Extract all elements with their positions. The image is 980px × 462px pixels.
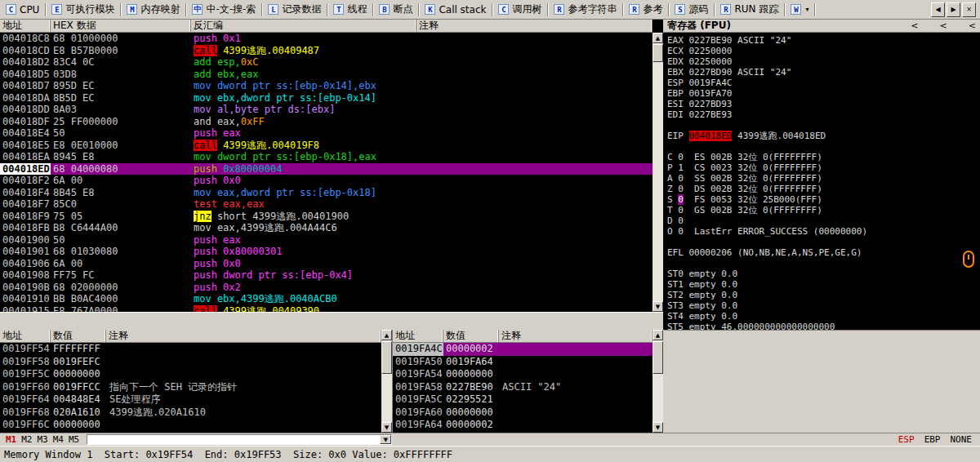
- register-line[interactable]: T 0 GS 002B 32位 0(FFFFFFFF): [667, 205, 980, 215]
- scroll-up-icon[interactable]: ▲: [653, 330, 663, 340]
- pager-arrow[interactable]: <: [940, 20, 947, 31]
- memory-tab-m3[interactable]: M3: [35, 434, 51, 445]
- disasm-row[interactable]: 004018DA8B5D ECmov ebx,dword ptr ss:[ebp…: [0, 92, 653, 104]
- disasm-row[interactable]: 004018FBB8 C6444A00mov eax,4399逃跑.004A44…: [0, 222, 653, 234]
- dump-row[interactable]: 0019FF6C00000000: [0, 419, 381, 432]
- disasm-row[interactable]: 004018F785C0test eax,eax: [0, 198, 653, 211]
- tab-modules[interactable]: E可执行模块: [48, 1, 118, 18]
- disasm-row[interactable]: 004018F48B45 E8mov eax,dword ptr ss:[ebp…: [0, 187, 653, 199]
- scroll-up-icon[interactable]: ▲: [381, 330, 392, 340]
- tab-cpu[interactable]: CCPU: [2, 2, 42, 17]
- stack-row[interactable]: 0019FA500019FA64: [393, 356, 653, 369]
- next-window-button[interactable]: ▶: [947, 2, 960, 17]
- disasm-row[interactable]: 004018F26A 00push 0x0: [0, 175, 653, 187]
- stack-row[interactable]: 0019FA580227BE90ASCII "24": [393, 381, 653, 394]
- disasm-row[interactable]: 004018E450push eax: [0, 127, 653, 140]
- register-line[interactable]: ECX 02250000: [667, 46, 980, 56]
- memory-tab-m5[interactable]: M5: [66, 434, 82, 445]
- register-line[interactable]: ST4 empty 0.0: [667, 311, 980, 322]
- register-line[interactable]: EBX 0227BD90 ASCII "24": [667, 67, 980, 78]
- register-line[interactable]: S 0 FS 0053 32位 25B000(FFF): [667, 194, 980, 205]
- register-line[interactable]: ESI 0227BD93: [667, 99, 980, 109]
- combo-dropdown-icon[interactable]: ▼: [380, 435, 391, 444]
- dump-row[interactable]: 0019FF580019FEFC: [0, 356, 381, 369]
- stack-row[interactable]: 0019FA6000000000: [393, 406, 653, 420]
- dump-row[interactable]: 0019FF54FFFFFFFF: [0, 343, 381, 356]
- register-line[interactable]: ST0 empty 0.0: [667, 269, 980, 279]
- disasm-row[interactable]: 004018ED68 04000080push 0x80000004: [0, 163, 653, 175]
- disasm-row[interactable]: 00401915E8 767A0000call 4399逃跑.00409390: [0, 305, 653, 313]
- register-line[interactable]: EBP 0019FA70: [667, 88, 980, 99]
- tab-ref-strings[interactable]: R参考字符串: [550, 1, 620, 18]
- disasm-row[interactable]: 004018D283C4 0Cadd esp,0xC: [0, 56, 653, 69]
- disasm-row[interactable]: 0040190050push eax: [0, 234, 653, 247]
- indicator-none[interactable]: NONE: [951, 434, 973, 445]
- tab-memory-map[interactable]: M内存映射: [123, 1, 183, 18]
- tab-log[interactable]: L记录数据: [265, 1, 324, 18]
- pager-arrow[interactable]: <: [911, 20, 918, 31]
- disasm-row[interactable]: 004018DF25 FF000000and eax,0xFF: [0, 116, 653, 128]
- disasm-row[interactable]: 00401908FF75 FCpush dword ptr ss:[ebp-0x…: [0, 269, 653, 282]
- scroll-up-icon[interactable]: ▲: [653, 33, 663, 43]
- pager-arrow[interactable]: <: [969, 20, 976, 31]
- disasm-row[interactable]: 004018D503D8add ebx,eax: [0, 69, 653, 81]
- disasm-row[interactable]: 004018DD8A03mov al,byte ptr ds:[ebx]: [0, 104, 653, 116]
- prev-window-button[interactable]: ◀: [931, 2, 945, 17]
- memory-tab-m1[interactable]: M1: [3, 434, 19, 445]
- register-line[interactable]: EDX 02250000: [667, 56, 980, 67]
- disasm-scrollbar[interactable]: ▲ ▼: [653, 33, 663, 312]
- dump-row[interactable]: 0019FF68020A16104399逃跑.020A1610: [0, 406, 381, 420]
- tab-call-stack[interactable]: KCall stack: [421, 2, 489, 17]
- disasm-row[interactable]: 00401910BB B0AC4000mov ebx,4399逃跑.0040AC…: [0, 293, 653, 305]
- dump-row[interactable]: 0019FF5C00000000: [0, 368, 381, 381]
- scroll-down-icon[interactable]: ▼: [653, 301, 663, 312]
- disasm-row[interactable]: 004018EA8945 E8mov dword ptr ss:[ebp-0x1…: [0, 151, 653, 163]
- dump-row[interactable]: 0019FF64004848E4SE处理程序: [0, 393, 381, 406]
- register-line[interactable]: EDI 0227BE93: [667, 109, 980, 120]
- disasm-row[interactable]: 0040190168 01030080push 0x80000301: [0, 246, 653, 258]
- stack-row[interactable]: 0019FA4C00000002: [393, 343, 653, 356]
- tab-windows[interactable]: W▾: [787, 2, 812, 16]
- register-line[interactable]: ST5 empty 46.000000000000000000: [667, 322, 980, 330]
- dump-row[interactable]: 0019FF600019FFCC指向下一个 SEH 记录的指针: [0, 381, 381, 394]
- disasm-row[interactable]: 004018CDE8 B57B0000call 4399逃跑.00409487: [0, 45, 653, 57]
- disasm-row[interactable]: 004018E5E8 0E010000call 4399逃跑.004019F8: [0, 140, 653, 152]
- stack-scrollbar[interactable]: ▲ ▼: [653, 330, 663, 433]
- register-line[interactable]: ST1 empty 0.0: [667, 279, 980, 290]
- register-line[interactable]: EFL 00000206 (NO,NB,NE,A,NS,PE,GE,G): [667, 247, 980, 258]
- register-line[interactable]: EAX 0227BE90 ASCII "24": [667, 35, 980, 46]
- register-line[interactable]: ST2 empty 0.0: [667, 290, 980, 300]
- memory-tab-m2[interactable]: M2: [19, 434, 34, 445]
- tab-text-search[interactable]: 中中-文-搜-索: [189, 1, 259, 18]
- tab-references[interactable]: R参考: [626, 1, 666, 18]
- dump-scrollbar[interactable]: ▲ ▼: [381, 330, 392, 433]
- tab-source[interactable]: S源码: [671, 1, 711, 18]
- close-window-button[interactable]: ×: [962, 2, 976, 17]
- register-line[interactable]: D 0: [667, 215, 980, 226]
- register-line[interactable]: ST3 empty 0.0: [667, 300, 980, 311]
- disasm-row[interactable]: 004018F975 05jnz short 4399逃跑.00401900: [0, 211, 653, 223]
- scroll-thumb[interactable]: [653, 44, 663, 62]
- stack-row[interactable]: 0019FA6400000002: [393, 419, 653, 432]
- tab-threads[interactable]: T线程: [330, 1, 370, 18]
- disasm-row[interactable]: 0040190B68 02000000push 0x2: [0, 282, 653, 294]
- scroll-down-icon[interactable]: ▼: [381, 422, 392, 433]
- stack-row[interactable]: 0019FA5400000000: [393, 368, 653, 381]
- memory-tab-m4[interactable]: M4: [51, 434, 66, 445]
- memory-combo[interactable]: ▼: [87, 434, 392, 445]
- disasm-row[interactable]: 004018D7895D ECmov dword ptr ss:[ebp-0x1…: [0, 80, 653, 92]
- scroll-thumb[interactable]: [381, 341, 392, 374]
- register-line[interactable]: P 1 CS 0023 32位 0(FFFFFFFF): [667, 162, 980, 173]
- register-line[interactable]: EIP 004018ED 4399逃跑.004018ED: [667, 131, 980, 141]
- disasm-row[interactable]: 004018C868 01000000push 0x1: [0, 33, 653, 45]
- disasm-row[interactable]: 004019066A 00push 0x0: [0, 258, 653, 270]
- register-line[interactable]: ESP 0019FA4C: [667, 78, 980, 88]
- scroll-down-icon[interactable]: ▼: [653, 422, 663, 433]
- register-line[interactable]: C 0 ES 002B 32位 0(FFFFFFFF): [667, 152, 980, 162]
- tab-call-tree[interactable]: C调用树: [495, 1, 545, 18]
- register-line[interactable]: Z 0 DS 002B 32位 0(FFFFFFFF): [667, 184, 980, 194]
- disasm-hscroll-area[interactable]: [0, 312, 663, 330]
- indicator-esp[interactable]: ESP: [898, 434, 915, 445]
- tab-run-trace[interactable]: RRUN 跟踪: [717, 1, 782, 18]
- indicator-ebp[interactable]: EBP: [924, 434, 941, 445]
